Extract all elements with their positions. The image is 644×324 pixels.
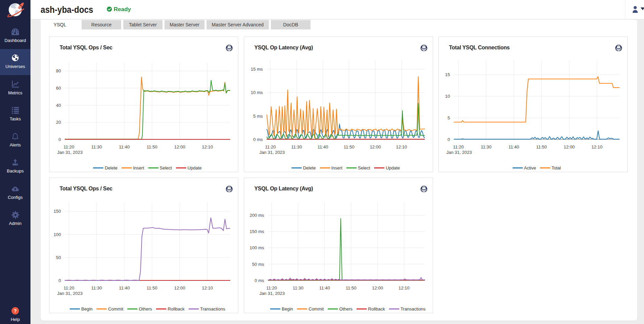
svg-text:11:20: 11:20 [266, 285, 277, 291]
svg-text:0 ms: 0 ms [253, 137, 263, 142]
svg-text:11:50: 11:50 [147, 285, 157, 291]
svg-text:12:10: 12:10 [592, 144, 603, 149]
svg-text:11:40: 11:40 [319, 285, 330, 291]
svg-text:11:20: 11:20 [64, 144, 74, 149]
svg-text:12:00: 12:00 [372, 285, 383, 291]
svg-text:100 ms: 100 ms [250, 245, 264, 250]
svg-text:11:20: 11:20 [64, 285, 74, 291]
svg-text:12:10: 12:10 [202, 285, 213, 291]
svg-text:80: 80 [56, 68, 61, 73]
svg-text:10: 10 [445, 94, 450, 99]
svg-text:Jan 31, 2023: Jan 31, 2023 [259, 150, 285, 155]
svg-text:200 ms: 200 ms [250, 213, 264, 218]
svg-text:15: 15 [445, 72, 450, 77]
svg-text:11:40: 11:40 [119, 285, 130, 291]
svg-text:11:20: 11:20 [453, 144, 464, 149]
svg-text:0: 0 [59, 278, 61, 283]
svg-text:12:00: 12:00 [174, 285, 185, 291]
svg-text:12:00: 12:00 [370, 144, 381, 149]
svg-text:100: 100 [53, 232, 61, 237]
svg-text:11:30: 11:30 [91, 144, 102, 149]
svg-text:12:10: 12:10 [396, 144, 407, 149]
svg-text:11:50: 11:50 [346, 285, 357, 291]
svg-text:?: ? [14, 308, 17, 314]
svg-text:50 ms: 50 ms [252, 262, 264, 267]
svg-text:Jan 31, 2023: Jan 31, 2023 [57, 150, 83, 155]
svg-text:50: 50 [56, 255, 61, 260]
svg-text:11:40: 11:40 [509, 144, 519, 149]
svg-text:12:00: 12:00 [174, 144, 185, 149]
svg-text:Jan 31, 2023: Jan 31, 2023 [446, 150, 472, 155]
svg-text:10 ms: 10 ms [251, 90, 263, 95]
svg-text:0 ms: 0 ms [255, 278, 264, 283]
svg-text:11:40: 11:40 [119, 144, 130, 149]
svg-text:11:30: 11:30 [91, 285, 102, 291]
svg-text:12:10: 12:10 [202, 144, 213, 149]
svg-text:12:00: 12:00 [564, 144, 575, 149]
svg-text:15 ms: 15 ms [251, 67, 263, 72]
svg-text:11:50: 11:50 [536, 144, 547, 149]
svg-text:12:10: 12:10 [399, 285, 410, 291]
svg-text:11:30: 11:30 [293, 285, 304, 291]
svg-text:150 ms: 150 ms [250, 229, 264, 234]
svg-text:0: 0 [448, 137, 450, 142]
svg-text:11:40: 11:40 [318, 144, 328, 149]
svg-text:11:20: 11:20 [265, 144, 276, 149]
svg-text:Jan 31, 2023: Jan 31, 2023 [259, 291, 285, 296]
svg-text:11:50: 11:50 [147, 144, 157, 149]
svg-text:11:30: 11:30 [481, 144, 492, 149]
svg-text:20: 20 [56, 120, 61, 125]
svg-text:11:30: 11:30 [291, 144, 302, 149]
svg-text:11:50: 11:50 [344, 144, 355, 149]
svg-text:0: 0 [59, 137, 61, 142]
svg-text:40: 40 [56, 103, 61, 108]
svg-text:Jan 31, 2023: Jan 31, 2023 [57, 291, 83, 296]
svg-text:150: 150 [53, 209, 61, 214]
svg-text:5: 5 [448, 115, 450, 120]
svg-text:60: 60 [56, 86, 61, 91]
svg-text:5 ms: 5 ms [253, 114, 263, 119]
